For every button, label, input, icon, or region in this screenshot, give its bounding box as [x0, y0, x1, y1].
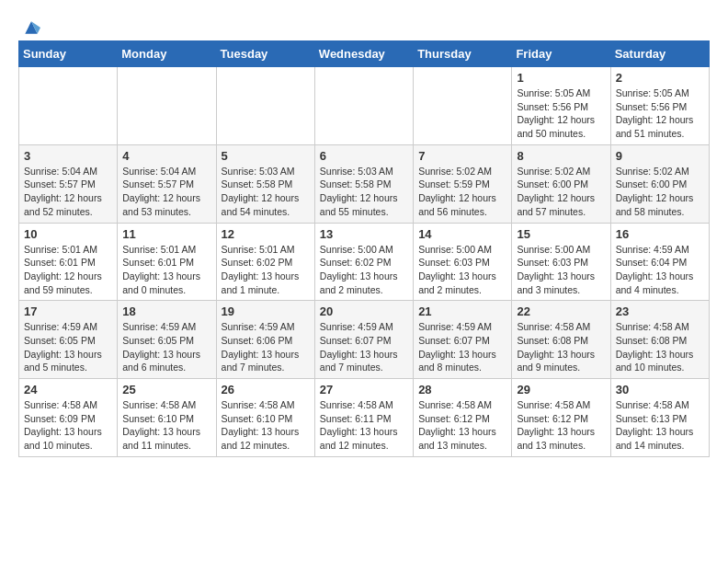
calendar-cell: 17Sunrise: 4:59 AM Sunset: 6:05 PM Dayli…	[19, 301, 118, 379]
calendar-week-row: 10Sunrise: 5:01 AM Sunset: 6:01 PM Dayli…	[19, 223, 710, 301]
calendar-cell	[216, 67, 314, 145]
day-number: 30	[616, 383, 704, 396]
calendar-cell: 9Sunrise: 5:02 AM Sunset: 6:00 PM Daylig…	[610, 144, 709, 223]
calendar-header-monday: Monday	[118, 41, 216, 67]
calendar-cell: 23Sunrise: 4:58 AM Sunset: 6:08 PM Dayli…	[610, 301, 709, 379]
day-info: Sunrise: 5:05 AM Sunset: 5:56 PM Dayligh…	[517, 86, 605, 141]
calendar-cell: 2Sunrise: 5:05 AM Sunset: 5:56 PM Daylig…	[610, 67, 709, 145]
day-info: Sunrise: 5:03 AM Sunset: 5:58 PM Dayligh…	[222, 165, 310, 219]
calendar-cell: 22Sunrise: 4:58 AM Sunset: 6:08 PM Dayli…	[512, 301, 610, 379]
day-number: 9	[616, 149, 704, 163]
day-number: 8	[517, 149, 605, 163]
calendar-week-row: 3Sunrise: 5:04 AM Sunset: 5:57 PM Daylig…	[19, 144, 710, 223]
calendar-cell: 21Sunrise: 4:59 AM Sunset: 6:07 PM Dayli…	[414, 301, 512, 379]
day-info: Sunrise: 4:59 AM Sunset: 6:06 PM Dayligh…	[222, 320, 310, 374]
day-info: Sunrise: 5:02 AM Sunset: 6:00 PM Dayligh…	[517, 165, 605, 219]
day-number: 13	[320, 227, 408, 241]
calendar-cell: 11Sunrise: 5:01 AM Sunset: 6:01 PM Dayli…	[118, 223, 216, 301]
calendar-cell: 28Sunrise: 4:58 AM Sunset: 6:12 PM Dayli…	[414, 379, 512, 457]
calendar-cell: 25Sunrise: 4:58 AM Sunset: 6:10 PM Dayli…	[118, 379, 216, 457]
calendar-cell: 16Sunrise: 4:59 AM Sunset: 6:04 PM Dayli…	[610, 223, 709, 301]
calendar-cell: 7Sunrise: 5:02 AM Sunset: 5:59 PM Daylig…	[414, 144, 512, 223]
day-info: Sunrise: 4:58 AM Sunset: 6:09 PM Dayligh…	[24, 398, 112, 453]
day-number: 7	[418, 149, 506, 163]
calendar-cell	[118, 67, 216, 145]
day-number: 11	[122, 227, 210, 241]
day-number: 5	[222, 149, 310, 163]
calendar-cell: 14Sunrise: 5:00 AM Sunset: 6:03 PM Dayli…	[414, 223, 512, 301]
calendar-header-wednesday: Wednesday	[314, 41, 413, 67]
day-number: 20	[320, 304, 408, 318]
calendar-header-tuesday: Tuesday	[216, 41, 314, 67]
day-info: Sunrise: 5:04 AM Sunset: 5:57 PM Dayligh…	[24, 165, 112, 219]
calendar-cell	[314, 67, 413, 145]
day-number: 24	[24, 383, 112, 396]
header	[18, 18, 710, 33]
day-number: 29	[517, 383, 605, 396]
calendar-cell: 5Sunrise: 5:03 AM Sunset: 5:58 PM Daylig…	[216, 144, 314, 223]
day-number: 27	[320, 383, 408, 396]
calendar-cell: 15Sunrise: 5:00 AM Sunset: 6:03 PM Dayli…	[512, 223, 610, 301]
day-number: 25	[122, 383, 210, 396]
day-info: Sunrise: 4:58 AM Sunset: 6:11 PM Dayligh…	[320, 398, 408, 453]
day-info: Sunrise: 4:59 AM Sunset: 6:07 PM Dayligh…	[320, 320, 408, 374]
day-number: 21	[418, 304, 506, 318]
day-info: Sunrise: 5:01 AM Sunset: 6:02 PM Dayligh…	[222, 243, 310, 297]
calendar-body: 1Sunrise: 5:05 AM Sunset: 5:56 PM Daylig…	[19, 67, 710, 457]
calendar-cell: 1Sunrise: 5:05 AM Sunset: 5:56 PM Daylig…	[512, 67, 610, 145]
day-info: Sunrise: 5:00 AM Sunset: 6:03 PM Dayligh…	[418, 243, 506, 297]
calendar-cell: 12Sunrise: 5:01 AM Sunset: 6:02 PM Dayli…	[216, 223, 314, 301]
calendar-table: SundayMondayTuesdayWednesdayThursdayFrid…	[18, 40, 710, 457]
day-number: 16	[616, 227, 704, 241]
calendar-cell	[19, 67, 118, 145]
day-info: Sunrise: 5:00 AM Sunset: 6:02 PM Dayligh…	[320, 243, 408, 297]
calendar-cell: 19Sunrise: 4:59 AM Sunset: 6:06 PM Dayli…	[216, 301, 314, 379]
day-number: 15	[517, 227, 605, 241]
calendar-cell: 3Sunrise: 5:04 AM Sunset: 5:57 PM Daylig…	[19, 144, 118, 223]
day-number: 23	[616, 304, 704, 318]
day-info: Sunrise: 5:02 AM Sunset: 5:59 PM Dayligh…	[418, 165, 506, 219]
calendar-header-sunday: Sunday	[19, 41, 118, 67]
calendar-week-row: 1Sunrise: 5:05 AM Sunset: 5:56 PM Daylig…	[19, 67, 710, 145]
calendar-header-thursday: Thursday	[414, 41, 512, 67]
day-info: Sunrise: 5:04 AM Sunset: 5:57 PM Dayligh…	[122, 165, 210, 219]
calendar-week-row: 17Sunrise: 4:59 AM Sunset: 6:05 PM Dayli…	[19, 301, 710, 379]
logo	[18, 18, 40, 33]
calendar-header-row: SundayMondayTuesdayWednesdayThursdayFrid…	[19, 41, 710, 67]
day-info: Sunrise: 5:01 AM Sunset: 6:01 PM Dayligh…	[24, 243, 112, 297]
day-number: 1	[517, 71, 605, 85]
day-number: 26	[222, 383, 310, 396]
calendar-cell: 29Sunrise: 4:58 AM Sunset: 6:12 PM Dayli…	[512, 379, 610, 457]
day-number: 28	[418, 383, 506, 396]
calendar-header-saturday: Saturday	[610, 41, 709, 67]
calendar-cell: 8Sunrise: 5:02 AM Sunset: 6:00 PM Daylig…	[512, 144, 610, 223]
calendar-cell: 10Sunrise: 5:01 AM Sunset: 6:01 PM Dayli…	[19, 223, 118, 301]
day-number: 6	[320, 149, 408, 163]
day-info: Sunrise: 4:58 AM Sunset: 6:10 PM Dayligh…	[122, 398, 210, 453]
day-number: 2	[616, 71, 704, 85]
day-info: Sunrise: 4:58 AM Sunset: 6:13 PM Dayligh…	[616, 398, 704, 453]
day-info: Sunrise: 4:58 AM Sunset: 6:08 PM Dayligh…	[517, 320, 605, 374]
day-info: Sunrise: 4:59 AM Sunset: 6:07 PM Dayligh…	[418, 320, 506, 374]
day-number: 17	[24, 304, 112, 318]
day-number: 4	[122, 149, 210, 163]
calendar-cell: 27Sunrise: 4:58 AM Sunset: 6:11 PM Dayli…	[314, 379, 413, 457]
calendar-cell: 18Sunrise: 4:59 AM Sunset: 6:05 PM Dayli…	[118, 301, 216, 379]
day-info: Sunrise: 4:58 AM Sunset: 6:12 PM Dayligh…	[517, 398, 605, 453]
day-number: 19	[222, 304, 310, 318]
calendar-cell: 24Sunrise: 4:58 AM Sunset: 6:09 PM Dayli…	[19, 379, 118, 457]
calendar-header-friday: Friday	[512, 41, 610, 67]
day-info: Sunrise: 4:59 AM Sunset: 6:05 PM Dayligh…	[122, 320, 210, 374]
day-info: Sunrise: 5:01 AM Sunset: 6:01 PM Dayligh…	[122, 243, 210, 297]
day-info: Sunrise: 4:58 AM Sunset: 6:08 PM Dayligh…	[616, 320, 704, 374]
day-info: Sunrise: 4:59 AM Sunset: 6:05 PM Dayligh…	[24, 320, 112, 374]
day-number: 22	[517, 304, 605, 318]
day-info: Sunrise: 4:58 AM Sunset: 6:10 PM Dayligh…	[222, 398, 310, 453]
calendar-cell	[414, 67, 512, 145]
calendar-cell: 20Sunrise: 4:59 AM Sunset: 6:07 PM Dayli…	[314, 301, 413, 379]
day-number: 12	[222, 227, 310, 241]
day-number: 3	[24, 149, 112, 163]
day-number: 18	[122, 304, 210, 318]
day-info: Sunrise: 5:00 AM Sunset: 6:03 PM Dayligh…	[517, 243, 605, 297]
day-info: Sunrise: 4:59 AM Sunset: 6:04 PM Dayligh…	[616, 243, 704, 297]
